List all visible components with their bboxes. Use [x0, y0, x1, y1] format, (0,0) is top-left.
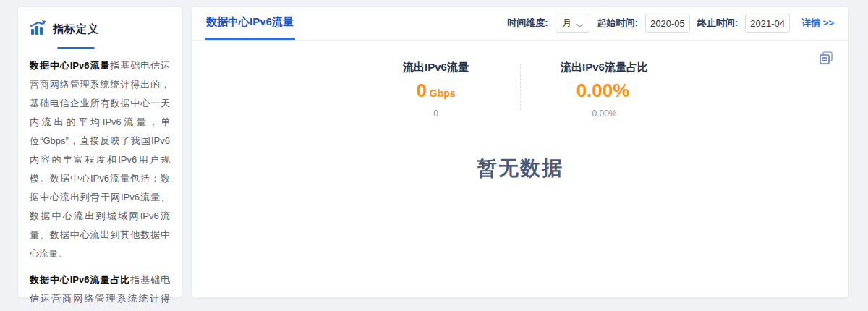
end-time-input[interactable] — [745, 14, 790, 33]
stat-sub-value: 0 — [378, 108, 494, 119]
sidebar-title-underline — [57, 47, 95, 49]
start-time-label: 起始时间: — [597, 17, 638, 30]
details-link[interactable]: 详情 >> — [801, 17, 834, 30]
definition-paragraph: 数据中心IPv6流量占比指基础电信运营商网络管理系统统计得出，在相同统计周期内，… — [30, 270, 170, 311]
definition-term: 数据中心IPv6流量 — [30, 60, 110, 71]
stat-number: 0 — [416, 80, 426, 101]
chevron-down-icon — [576, 20, 583, 27]
sidebar-title: 指标定义 — [53, 22, 99, 36]
bar-chart-arrow-icon — [30, 20, 47, 38]
time-dimension-label: 时间维度: — [507, 17, 548, 30]
ipv6-traffic-panel: 数据中心IPv6流量 时间维度: 月 起始时间: 终止时间: 详情 >> — [191, 6, 849, 298]
tab-datacenter-ipv6-traffic[interactable]: 数据中心IPv6流量 — [205, 7, 295, 40]
stat-label: 流出IPv6流量 — [378, 61, 494, 74]
stat-value: 0.00% — [547, 80, 663, 103]
start-time-input[interactable] — [645, 14, 690, 33]
stats-row: 流出IPv6流量 0Gbps 0 流出IPv6流量占比 0.00% 0.00% — [192, 61, 848, 119]
stat-number: 0.00% — [576, 80, 630, 101]
definition-text: 指基础电信运营商网络管理系统统计得出的，基础电信企业所有数据中心一天内流出的平均… — [30, 60, 170, 259]
stat-outbound-ipv6-traffic: 流出IPv6流量 0Gbps 0 — [378, 61, 494, 119]
time-dimension-select[interactable]: 月 — [556, 14, 590, 33]
panel-header: 数据中心IPv6流量 时间维度: 月 起始时间: 终止时间: 详情 >> — [192, 7, 848, 41]
definition-term: 数据中心IPv6流量占比 — [30, 274, 130, 285]
end-time-label: 终止时间: — [697, 17, 738, 30]
stat-sub-value: 0.00% — [547, 108, 663, 119]
sidebar-header: 指标定义 — [30, 20, 170, 38]
stat-unit: Gbps — [430, 88, 456, 99]
time-dimension-value: 月 — [563, 17, 572, 30]
filter-bar: 时间维度: 月 起始时间: 终止时间: 详情 >> — [507, 7, 834, 40]
stat-label: 流出IPv6流量占比 — [547, 61, 663, 74]
stat-outbound-ipv6-ratio: 流出IPv6流量占比 0.00% 0.00% — [547, 61, 663, 119]
no-data-message: 暂无数据 — [192, 155, 848, 182]
stat-value: 0Gbps — [378, 80, 494, 103]
indicator-definition-panel: 指标定义 数据中心IPv6流量指基础电信运营商网络管理系统统计得出的，基础电信企… — [17, 6, 182, 298]
stats-divider — [520, 64, 521, 110]
data-view-icon[interactable] — [818, 50, 834, 66]
definition-paragraph: 数据中心IPv6流量指基础电信运营商网络管理系统统计得出的，基础电信企业所有数据… — [30, 56, 170, 263]
